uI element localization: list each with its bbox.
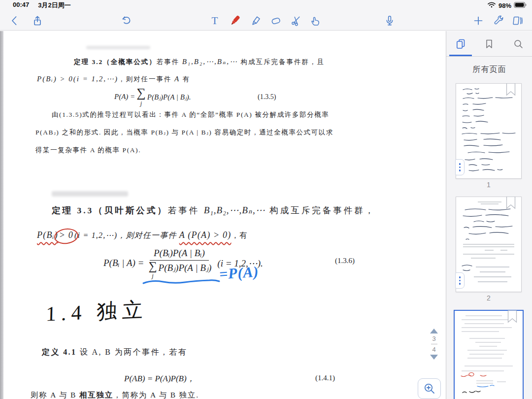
pages-sidebar: 所有页面 1 xyxy=(446,31,532,399)
handwritten-section-heading: 1.4 独立 xyxy=(45,296,148,328)
pen-icon xyxy=(229,14,241,27)
undo-button[interactable] xyxy=(117,12,135,30)
pager-total: 4 xyxy=(432,346,435,353)
thumbnail-options-button[interactable] xyxy=(455,272,465,289)
magnifier-zoom-button[interactable] xyxy=(418,378,441,399)
equation-1-4-1: P(AB) = P(A)P(B)， xyxy=(124,373,195,384)
chevron-left-icon xyxy=(12,17,16,25)
sigma-operator: ∑j xyxy=(148,262,157,278)
plus-icon xyxy=(472,15,484,27)
tab-pages[interactable] xyxy=(446,31,475,56)
tab-search[interactable] xyxy=(504,31,532,56)
pager-current: 3 xyxy=(432,335,435,342)
thumbnail-options-button[interactable] xyxy=(455,159,465,175)
magnifier-plus-icon xyxy=(423,382,436,396)
paragraph-line1: 由(1.3.5)式的推导过程可以看出：事件 A 的“全部”概率 P(A) 被分解… xyxy=(52,110,329,119)
theorem-3-3-line1: 定理 3.3（贝叶斯公式）若事件 B₁,B₂,⋯,Bₙ,⋯ 构成互斥完备事件群， xyxy=(52,204,375,216)
pages-icon xyxy=(455,38,466,50)
microphone-icon xyxy=(384,15,396,27)
page-thumbnail-3-selected[interactable] xyxy=(454,310,524,399)
scissors-tool-button[interactable] xyxy=(287,12,305,30)
sidebar-tab-bar xyxy=(446,31,532,57)
paragraph-line2: P(ABⱼ) 之和的形式. 因此，当概率 P(Bⱼ) 与 P(A | Bⱼ) 容… xyxy=(35,128,333,137)
blue-underline-annotation xyxy=(142,279,221,286)
bookmark-ribbon-icon xyxy=(507,310,517,325)
wrench-icon xyxy=(493,15,505,27)
paragraph-line3: 得某一复杂事件 A 的概率 P(A). xyxy=(35,146,141,155)
bookmark-icon xyxy=(483,38,495,50)
equation-1-3-5: P(A) = ∑j P(Bⱼ)P(A | Bⱼ). xyxy=(114,88,191,106)
page-pager: 3 4 xyxy=(427,329,441,360)
definition-4-1-line: 定义 4.1 设 A, B 为两个事件，若有 xyxy=(42,347,187,358)
highlighter-tool-button[interactable] xyxy=(247,12,265,30)
hand-tool-button[interactable] xyxy=(307,12,325,30)
red-underlined-term-2: A (P(A) > 0) xyxy=(179,230,232,240)
search-icon xyxy=(512,38,524,50)
eraser-tool-button[interactable] xyxy=(267,12,285,30)
sidebar-title: 所有页面 xyxy=(446,65,532,75)
page-down-arrow[interactable] xyxy=(430,355,438,360)
equation-number-1-3-5: (1.3.5) xyxy=(258,93,276,101)
red-circled-term: > 0 xyxy=(58,231,74,239)
pager-divider xyxy=(431,344,437,344)
equation-number-1-3-6: (1.3.6) xyxy=(335,257,355,265)
page-left-edge xyxy=(0,31,3,399)
battery-icon xyxy=(514,1,527,10)
app-screen: { "status_bar": { "time": "00:47", "date… xyxy=(0,0,532,399)
bookmark-ribbon-icon xyxy=(506,83,516,98)
theorem-3-3-line2: P(Bᵢ)> 0(i = 1,2,⋯)，则对任一事件 A (P(A) > 0)，… xyxy=(37,230,248,241)
svg-text:T: T xyxy=(212,15,218,27)
microphone-button[interactable] xyxy=(381,12,399,30)
page-up-arrow[interactable] xyxy=(430,329,438,333)
handwritten-blue-note: =P(A) xyxy=(219,263,260,283)
pages-fan-icon xyxy=(511,15,524,27)
equation-number-1-4-1: (1.4.1) xyxy=(315,374,335,382)
text-tool-icon: T xyxy=(209,15,221,27)
page-thumbnail-2[interactable] xyxy=(456,197,522,292)
undo-icon xyxy=(120,15,132,27)
wifi-icon xyxy=(487,1,496,10)
tools-settings-button[interactable] xyxy=(490,12,508,30)
pointing-hand-icon xyxy=(310,15,322,27)
toolbar: T xyxy=(0,11,532,31)
battery-percent: 98% xyxy=(499,2,511,9)
page-number-label: 1 xyxy=(456,181,522,189)
highlighter-icon xyxy=(250,15,262,27)
share-button[interactable] xyxy=(29,12,46,30)
scissors-icon xyxy=(290,15,302,27)
status-bar: 00:47 3月2日周一 98% xyxy=(0,0,532,11)
theorem-3-2-line1: 定理 3.2（全概率公式）若事件 B₁,B₂,⋯,Bₙ,⋯ 构成互斥完备事件群，… xyxy=(74,57,325,66)
page-switcher-button[interactable] xyxy=(509,12,527,30)
add-page-button[interactable] xyxy=(469,12,487,30)
back-button[interactable] xyxy=(6,12,24,30)
fraction: P(Bᵢ)P(A | Bᵢ) ∑j P(Bⱼ)P(A | Bⱼ) xyxy=(147,248,211,278)
document-canvas[interactable]: 定理 3.2（全概率公式）若事件 B₁,B₂,⋯,Bₙ,⋯ 构成互斥完备事件群，… xyxy=(3,31,446,399)
eraser-icon xyxy=(270,15,282,27)
sigma-operator: ∑j xyxy=(136,88,146,106)
faded-text-artifact xyxy=(86,46,150,49)
date: 3月2日周一 xyxy=(38,1,70,10)
share-icon xyxy=(32,15,43,27)
bookmark-ribbon-icon xyxy=(506,197,516,211)
closing-line: 则称 A 与 B 相互独立，简称为 A 与 B 独立. xyxy=(31,390,199,399)
tab-bookmarks[interactable] xyxy=(475,31,503,56)
erased-text-artifact xyxy=(52,191,128,197)
text-tool-button[interactable]: T xyxy=(206,12,224,30)
page-number-label: 2 xyxy=(456,294,522,302)
theorem-3-2-line2: P(Bᵢ) > 0(i = 1,2,⋯)，则对任一事件 A 有 xyxy=(37,74,190,84)
pen-tool-button[interactable] xyxy=(226,12,244,30)
clock: 00:47 xyxy=(13,1,29,10)
page-thumbnail-1[interactable] xyxy=(456,83,522,179)
